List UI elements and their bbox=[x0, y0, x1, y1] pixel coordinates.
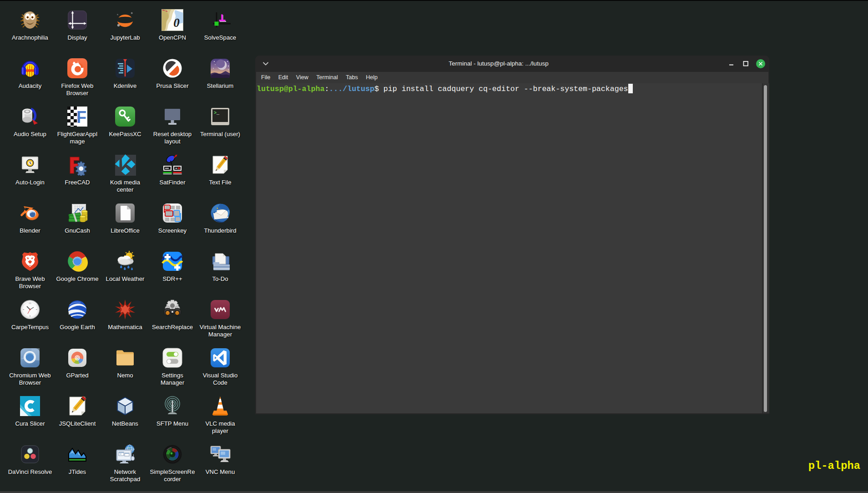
svg-text:0: 0 bbox=[173, 16, 180, 30]
svg-text:>_: >_ bbox=[214, 111, 220, 116]
svg-text:F: F bbox=[76, 108, 86, 127]
